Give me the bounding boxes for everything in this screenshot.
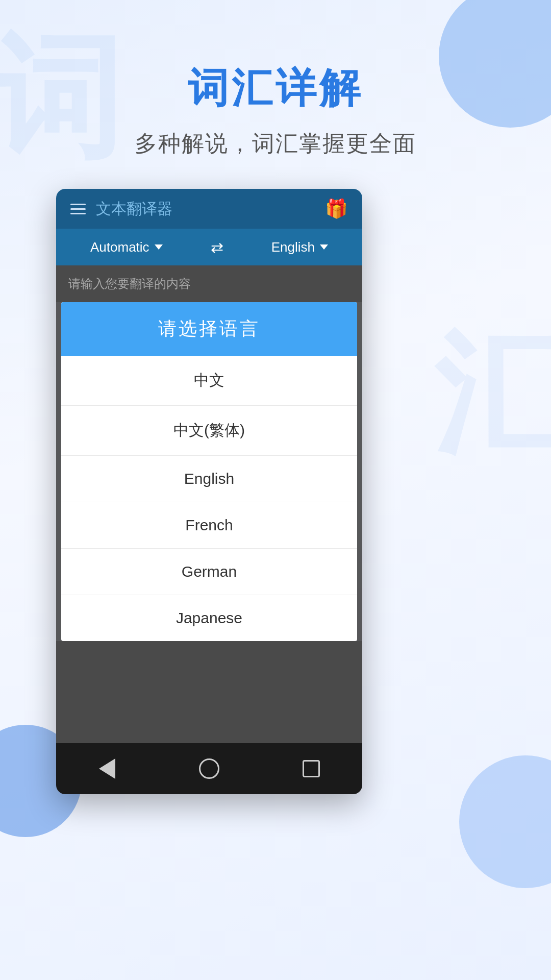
nav-recent-button[interactable] bbox=[298, 756, 324, 781]
swap-icon[interactable]: ⇄ bbox=[211, 238, 223, 256]
language-dialog: 请选择语言 中文 中文(繁体) English French German Ja… bbox=[61, 302, 357, 641]
target-lang-dropdown-arrow bbox=[320, 244, 328, 250]
lang-option-chinese-traditional[interactable]: 中文(繁体) bbox=[61, 406, 357, 456]
dialog-header: 请选择语言 bbox=[61, 302, 357, 356]
nav-recent-icon bbox=[303, 760, 320, 777]
nav-home-button[interactable] bbox=[196, 756, 222, 781]
source-lang-selector[interactable]: Automatic bbox=[90, 239, 163, 255]
gray-area bbox=[56, 641, 362, 743]
sub-title: 多种解说，词汇掌握更全面 bbox=[0, 129, 551, 159]
watermark-right: 汇 bbox=[434, 306, 551, 485]
lang-option-japanese[interactable]: Japanese bbox=[61, 595, 357, 641]
target-lang-label: English bbox=[271, 239, 315, 255]
nav-home-icon bbox=[199, 758, 219, 779]
nav-back-button[interactable] bbox=[94, 756, 120, 781]
lang-option-german[interactable]: German bbox=[61, 549, 357, 595]
lang-option-chinese[interactable]: 中文 bbox=[61, 356, 357, 406]
app-mockup: 文本翻译器 🎁 Automatic ⇄ English 请输入您要翻译的内容 请… bbox=[56, 189, 362, 794]
nav-back-icon bbox=[99, 758, 115, 779]
input-placeholder: 请输入您要翻译的内容 bbox=[68, 276, 350, 292]
lang-bar: Automatic ⇄ English bbox=[56, 229, 362, 265]
nav-bar bbox=[56, 743, 362, 794]
hamburger-icon[interactable] bbox=[70, 204, 86, 214]
lang-option-english[interactable]: English bbox=[61, 456, 357, 502]
dialog-title: 请选择语言 bbox=[61, 316, 357, 341]
dialog-overlay: 请选择语言 中文 中文(繁体) English French German Ja… bbox=[56, 302, 362, 743]
lang-option-french[interactable]: French bbox=[61, 502, 357, 549]
target-lang-selector[interactable]: English bbox=[271, 239, 328, 255]
source-lang-label: Automatic bbox=[90, 239, 149, 255]
deco-circle-bottom-right bbox=[459, 755, 551, 888]
gift-icon[interactable]: 🎁 bbox=[325, 198, 348, 219]
input-area[interactable]: 请输入您要翻译的内容 bbox=[56, 265, 362, 302]
source-lang-dropdown-arrow bbox=[155, 244, 163, 250]
app-header: 文本翻译器 🎁 bbox=[56, 189, 362, 229]
app-header-title: 文本翻译器 bbox=[96, 199, 325, 219]
